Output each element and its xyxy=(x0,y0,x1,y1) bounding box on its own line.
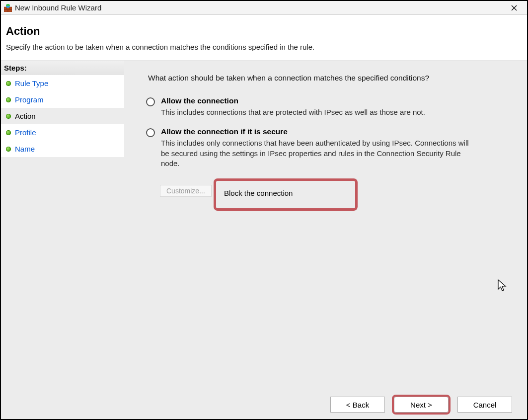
step-program[interactable]: Program xyxy=(1,91,124,108)
step-bullet-icon xyxy=(6,130,11,135)
wizard-window: New Inbound Rule Wizard Action Specify t… xyxy=(0,0,528,420)
option-description: This includes only connections that have… xyxy=(161,138,479,168)
steps-sidebar: Steps: Rule Type Program Action Profile … xyxy=(1,61,124,390)
next-button[interactable]: Next > xyxy=(394,397,449,413)
page-header: Action Specify the action to be taken wh… xyxy=(1,15,527,61)
radio-allow[interactable] xyxy=(146,97,155,106)
step-profile[interactable]: Profile xyxy=(1,124,124,141)
option-title: Allow the connection if it is secure xyxy=(161,127,479,136)
window-title: New Inbound Rule Wizard xyxy=(15,3,101,12)
option-allow[interactable]: Allow the connection This includes conne… xyxy=(146,93,503,124)
option-description: This includes connections that are prote… xyxy=(161,107,425,117)
cursor-icon xyxy=(497,279,507,292)
option-allow-secure[interactable]: Allow the connection if it is secure Thi… xyxy=(146,124,503,175)
page-title: Action xyxy=(6,25,522,38)
step-action[interactable]: Action xyxy=(1,108,124,124)
back-button[interactable]: < Back xyxy=(330,397,385,413)
close-button[interactable] xyxy=(504,1,524,14)
step-bullet-icon xyxy=(6,147,11,152)
action-prompt: What action should be taken when a conne… xyxy=(144,72,503,93)
wizard-footer: < Back Next > Cancel xyxy=(1,390,527,419)
step-label: Program xyxy=(15,95,44,104)
step-bullet-icon xyxy=(6,114,11,119)
customize-button: Customize... xyxy=(160,185,212,197)
steps-heading: Steps: xyxy=(1,61,124,75)
option-title: Block the connection xyxy=(224,189,293,197)
firewall-icon xyxy=(4,4,12,12)
cancel-button[interactable]: Cancel xyxy=(457,397,512,413)
step-bullet-icon xyxy=(6,97,11,102)
step-label: Rule Type xyxy=(15,79,48,87)
step-label: Name xyxy=(15,145,35,153)
step-label: Profile xyxy=(15,128,36,137)
option-title: Allow the connection xyxy=(161,96,425,105)
step-label: Action xyxy=(15,112,36,120)
option-block-highlight: Block the connection xyxy=(214,178,358,211)
action-options: Allow the connection This includes conne… xyxy=(144,93,503,211)
page-subtitle: Specify the action to be taken when a co… xyxy=(6,43,522,51)
step-name[interactable]: Name xyxy=(1,141,124,157)
radio-allow-secure[interactable] xyxy=(146,128,155,137)
main-panel: What action should be taken when a conne… xyxy=(124,61,527,390)
wizard-body: Steps: Rule Type Program Action Profile … xyxy=(1,61,527,390)
titlebar: New Inbound Rule Wizard xyxy=(1,1,527,15)
step-rule-type[interactable]: Rule Type xyxy=(1,75,124,91)
step-bullet-icon xyxy=(6,81,11,86)
